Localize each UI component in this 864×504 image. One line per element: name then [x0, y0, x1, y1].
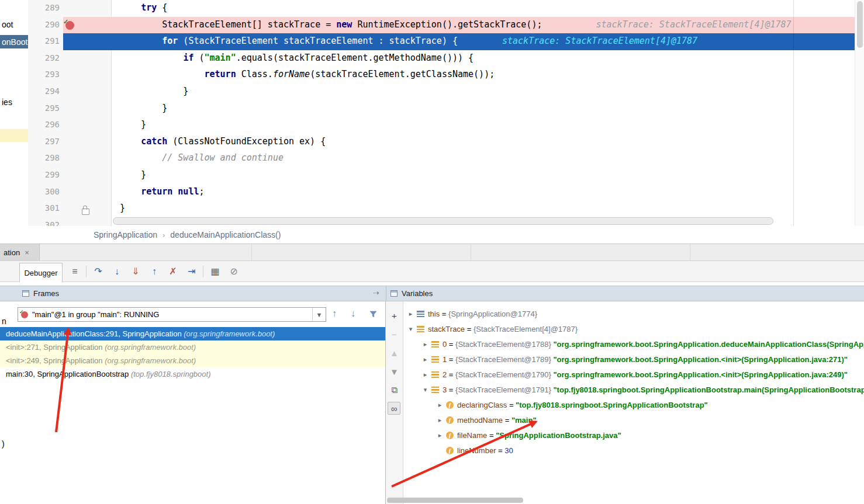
code-line-295[interactable]: 295 }: [28, 100, 855, 117]
chevron-right-icon[interactable]: ▸: [437, 401, 443, 409]
view-breakpoints-icon[interactable]: ▦: [206, 263, 224, 279]
equals-sign: =: [507, 401, 516, 409]
panel-divider: [386, 286, 386, 301]
add-watch-icon[interactable]: +: [386, 308, 403, 322]
code-line-291[interactable]: 291 for (StackTraceElement stackTraceEle…: [28, 33, 855, 50]
code-text[interactable]: if ("main".equals(stackTraceElement.getM…: [120, 53, 474, 63]
breadcrumb-class[interactable]: SpringApplication: [94, 230, 157, 239]
code-text[interactable]: return null;: [120, 186, 205, 197]
project-item-fragment[interactable]: ies: [2, 98, 12, 107]
project-item-fragment[interactable]: n: [2, 317, 6, 326]
remove-watch-icon[interactable]: −: [386, 327, 403, 341]
code-line-298[interactable]: 298 // Swallow and continue: [28, 150, 855, 167]
code-line-297[interactable]: 297 catch (ClassNotFoundException ex) {: [28, 134, 855, 151]
run-to-cursor-icon[interactable]: ⇥: [182, 263, 201, 279]
tab-debugger[interactable]: Debugger: [19, 263, 63, 282]
step-into-icon[interactable]: ↓: [108, 263, 126, 279]
code-text[interactable]: return Class.forName(stackTraceElement.g…: [120, 69, 495, 79]
thread-selector-dropdown[interactable]: "main"@1 in group "main": RUNNING ▼: [18, 307, 326, 322]
array-item-icon: [431, 341, 439, 347]
code-line-289[interactable]: 289 try {: [28, 0, 855, 17]
variable-row[interactable]: ▾3 = {StackTraceElement@1791} "top.fjy80…: [404, 382, 864, 397]
hide-frames-filter-icon[interactable]: [369, 310, 377, 321]
frames-panel-header: Frames: [22, 286, 59, 301]
move-up-icon[interactable]: ▲: [386, 346, 403, 360]
force-step-into-icon[interactable]: ⇓: [126, 263, 145, 279]
code-text[interactable]: }: [120, 119, 146, 130]
code-text[interactable]: for (StackTraceElement stackTraceElement…: [120, 36, 697, 46]
code-text[interactable]: // Swallow and continue: [120, 152, 284, 163]
variable-row[interactable]: ▸fmethodName = "main": [404, 412, 864, 427]
equals-sign: =: [447, 340, 455, 349]
chevron-right-icon[interactable]: ▸: [437, 416, 443, 424]
step-over-icon[interactable]: ↷: [89, 263, 108, 279]
code-line-300[interactable]: 300 return null;: [28, 184, 855, 201]
step-out-icon[interactable]: ↑: [145, 263, 164, 279]
chevron-down-icon[interactable]: ▼: [312, 308, 326, 321]
frame-row[interactable]: deduceMainApplicationClass:291, SpringAp…: [0, 327, 385, 340]
code-line-293[interactable]: 293 return Class.forName(stackTraceEleme…: [28, 67, 855, 84]
code-line-301[interactable]: 301}: [28, 200, 855, 217]
editor-vscrollbar[interactable]: [855, 0, 864, 226]
tab-separator: [471, 244, 471, 260]
breakpoint-icon[interactable]: [65, 21, 74, 30]
project-item-fragment[interactable]: ): [2, 439, 5, 449]
variable-row[interactable]: ▸0 = {StackTraceElement@1788} "org.sprin…: [404, 336, 864, 352]
array-item-icon: [431, 356, 439, 363]
chevron-right-icon[interactable]: ▸: [422, 356, 428, 363]
code-line-294[interactable]: 294 }: [28, 84, 855, 100]
code-text[interactable]: StackTraceElement[] stackTrace = new Run…: [120, 19, 792, 30]
variable-name: 2: [443, 370, 447, 379]
duplicate-watch-icon[interactable]: ⧉: [386, 383, 403, 397]
line-number: 298: [28, 153, 60, 162]
variable-string-value: "top.fjy8018.springboot.SpringApplicatio…: [553, 385, 864, 394]
drop-frame-icon[interactable]: ✗: [164, 263, 182, 279]
line-number: 302: [28, 220, 60, 226]
panel-options-icon[interactable]: ⇢: [373, 289, 379, 297]
inline-watches-icon[interactable]: ∞: [388, 402, 400, 415]
close-tab-icon[interactable]: ×: [25, 248, 29, 257]
chevron-right-icon[interactable]: ▸: [437, 432, 443, 439]
variable-row[interactable]: ▾stackTrace = {StackTraceElement[4]@1787…: [404, 321, 864, 336]
variables-hscrollbar-thumb[interactable]: [387, 498, 523, 503]
code-line-290[interactable]: 290 StackTraceElement[] stackTrace = new…: [28, 17, 855, 34]
chevron-right-icon[interactable]: ▸: [422, 340, 428, 348]
debug-session-tab[interactable]: ation ×: [0, 244, 40, 260]
frame-row[interactable]: <init>:249, SpringApplication (org.sprin…: [0, 354, 385, 367]
chevron-down-icon[interactable]: ▾: [422, 386, 428, 394]
variable-row[interactable]: flineNumber = 30: [404, 443, 864, 458]
code-text[interactable]: try {: [120, 2, 167, 13]
project-item-fragment[interactable]: oot: [2, 20, 13, 29]
frame-row[interactable]: <init>:271, SpringApplication (org.sprin…: [0, 340, 385, 354]
chevron-down-icon[interactable]: ▾: [407, 325, 414, 333]
field-icon: f: [446, 447, 454, 454]
previous-frame-icon[interactable]: ↑: [332, 308, 337, 319]
variable-row[interactable]: ▸2 = {StackTraceElement@1790} "org.sprin…: [404, 367, 864, 382]
frame-row[interactable]: main:30, SpringApplicationBootstrap (top…: [0, 367, 385, 381]
next-frame-icon[interactable]: ↓: [351, 308, 355, 319]
editor-hscrollbar-thumb[interactable]: [113, 217, 773, 225]
code-line-296[interactable]: 296 }: [28, 117, 855, 134]
code-text[interactable]: catch (ClassNotFoundException ex) {: [120, 136, 326, 147]
code-editor[interactable]: 289 try {290 StackTraceElement[] stackTr…: [28, 0, 855, 226]
variable-row[interactable]: ▸this = {SpringApplication@1774}: [404, 306, 864, 321]
variable-row[interactable]: ▸ffileName = "SpringApplicationBootstrap…: [404, 427, 864, 443]
chevron-right-icon[interactable]: ▸: [422, 371, 428, 378]
code-text[interactable]: }: [120, 86, 188, 96]
variable-row[interactable]: ▸1 = {StackTraceElement@1789} "org.sprin…: [404, 352, 864, 367]
mute-breakpoints-icon[interactable]: ⊘: [224, 263, 243, 279]
editor-vscrollbar-thumb[interactable]: [857, 1, 863, 48]
code-text[interactable]: }: [120, 103, 167, 113]
variable-row[interactable]: ▸fdeclaringClass = "top.fjy8018.springbo…: [404, 397, 864, 412]
code-text[interactable]: }: [120, 203, 125, 213]
chevron-right-icon[interactable]: ▸: [407, 310, 414, 318]
equals-sign: =: [447, 370, 455, 379]
project-item-fragment[interactable]: onBoot: [0, 35, 28, 48]
settings-icon[interactable]: ≡: [65, 263, 84, 279]
move-down-icon[interactable]: ▼: [386, 364, 403, 378]
code-text[interactable]: }: [120, 169, 146, 180]
breadcrumb-method[interactable]: deduceMainApplicationClass(): [170, 230, 281, 239]
variable-name: 0: [443, 340, 447, 349]
code-line-299[interactable]: 299 }: [28, 167, 855, 184]
code-line-292[interactable]: 292 if ("main".equals(stackTraceElement.…: [28, 50, 855, 67]
